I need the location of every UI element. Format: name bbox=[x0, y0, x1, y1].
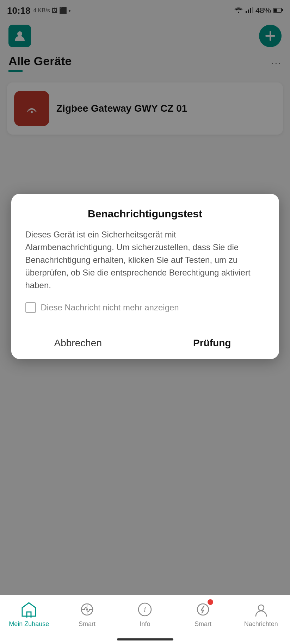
info-nav-icon: i bbox=[136, 601, 154, 618]
nav-item-home[interactable]: Mein Zuhause bbox=[0, 601, 58, 628]
home-indicator bbox=[117, 638, 173, 640]
confirm-button[interactable]: Prüfung bbox=[145, 327, 279, 359]
messages-nav-label: Nachrichten bbox=[244, 620, 278, 628]
dialog-content: Benachrichtigungstest Dieses Gerät ist e… bbox=[11, 194, 279, 327]
cancel-button[interactable]: Abbrechen bbox=[11, 327, 145, 359]
smart-nav-label: Smart bbox=[79, 620, 95, 628]
home-nav-label: Mein Zuhause bbox=[9, 620, 49, 628]
nav-item-info[interactable]: i Info bbox=[116, 601, 174, 628]
dialog-body: Dieses Gerät ist ein Sicherheitsgerät mi… bbox=[25, 228, 265, 292]
messages-nav-icon bbox=[252, 601, 270, 618]
dialog: Benachrichtigungstest Dieses Gerät ist e… bbox=[11, 194, 279, 359]
dont-show-checkbox[interactable] bbox=[25, 302, 36, 313]
notification-badge bbox=[208, 599, 213, 605]
dialog-title: Benachrichtigungstest bbox=[25, 208, 265, 220]
info-nav-label: Info bbox=[140, 620, 150, 628]
svg-point-17 bbox=[258, 605, 264, 611]
home-nav-icon bbox=[20, 601, 38, 618]
svg-point-16 bbox=[197, 604, 209, 615]
nav-item-smart[interactable]: Smart bbox=[58, 601, 116, 628]
checkbox-row: Diese Nachricht nicht mehr anzeigen bbox=[25, 302, 265, 313]
svg-point-13 bbox=[86, 608, 88, 611]
checkbox-label: Diese Nachricht nicht mehr anzeigen bbox=[41, 303, 179, 312]
svg-text:i: i bbox=[144, 605, 146, 614]
nav-item-smart2[interactable]: Smart bbox=[174, 601, 232, 628]
nav-item-messages[interactable]: Nachrichten bbox=[232, 601, 290, 628]
modal-overlay: Benachrichtigungstest Dieses Gerät ist e… bbox=[0, 0, 290, 644]
smart2-nav-icon bbox=[194, 601, 212, 618]
smart-nav-icon bbox=[78, 601, 96, 618]
smart2-nav-label: Smart bbox=[195, 620, 211, 628]
bottom-navigation: Mein Zuhause Smart i Info bbox=[0, 595, 290, 644]
dialog-buttons: Abbrechen Prüfung bbox=[11, 327, 279, 359]
